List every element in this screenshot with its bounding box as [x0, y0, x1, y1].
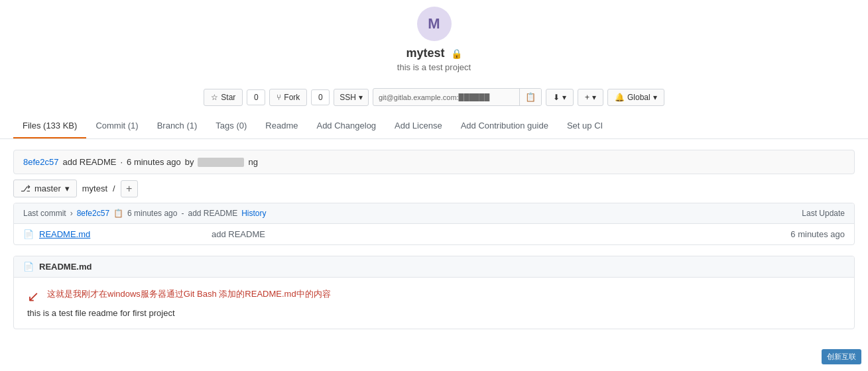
header-commit-link[interactable]: 8efe2c57: [77, 209, 109, 218]
avatar: M: [417, 7, 452, 41]
branch-dropdown[interactable]: ⎇ master ▾: [13, 180, 77, 197]
download-icon: ⬇: [553, 93, 560, 102]
notification-button[interactable]: 🔔 Global ▾: [607, 89, 664, 106]
ssh-dropdown[interactable]: SSH ▾: [334, 89, 369, 106]
star-icon: ☆: [211, 93, 218, 102]
chevron-down-icon: ▾: [562, 93, 566, 102]
repo-description: this is a test project: [0, 62, 868, 72]
commit-author-end: ng: [248, 157, 257, 167]
branch-selector-row: ⎇ master ▾ mytest / +: [13, 180, 855, 197]
action-bar: ☆ Star 0 ⑂ Fork 0 SSH ▾ 📋 ⬇ ▾ + ▾ 🔔: [0, 83, 868, 114]
fork-icon: ⑂: [277, 93, 281, 102]
tab-tags[interactable]: Tags (0): [206, 114, 256, 138]
plus-icon: +: [585, 93, 589, 102]
file-name-link[interactable]: README.md: [39, 229, 158, 239]
copy-icon: 📋: [525, 92, 536, 102]
readme-content: this is a test file readme for first pro…: [27, 308, 841, 318]
tab-add-contribution[interactable]: Add Contribution guide: [452, 114, 558, 138]
fork-count: 0: [311, 89, 330, 105]
path-separator: /: [113, 184, 115, 193]
file-table: Last commit › 8efe2c57 📋 6 minutes ago -…: [13, 203, 855, 245]
commit-message: add README: [63, 157, 117, 167]
star-count: 0: [247, 89, 265, 105]
repo-path-name: mytest: [82, 184, 107, 193]
last-commit-label: Last commit: [23, 209, 66, 218]
add-file-button[interactable]: +: [121, 180, 138, 197]
tab-add-changelog[interactable]: Add Changelog: [307, 114, 385, 138]
chevron-down-icon: ▾: [359, 93, 363, 102]
table-row: 📄 README.md add README 6 minutes ago: [14, 224, 854, 244]
last-update-label: Last Update: [802, 209, 845, 218]
commit-time: 6 minutes ago: [127, 157, 181, 167]
tab-readme[interactable]: Readme: [256, 114, 307, 138]
tab-branch[interactable]: Branch (1): [148, 114, 207, 138]
chevron-down-icon: ▾: [65, 184, 70, 193]
copy-url-button[interactable]: 📋: [519, 89, 541, 105]
tab-files[interactable]: Files (133 KB): [13, 114, 86, 138]
repo-nav: Files (133 KB) Commit (1) Branch (1) Tag…: [0, 114, 868, 139]
commit-info-bar: 8efe2c57 add README · 6 minutes ago by n…: [13, 150, 855, 174]
repo-header: M mytest 🔒 this is a test project: [0, 0, 868, 83]
commit-author-blurred: [198, 158, 244, 167]
commit-dot: ·: [120, 157, 123, 167]
file-table-header: Last commit › 8efe2c57 📋 6 minutes ago -…: [14, 203, 854, 224]
download-button[interactable]: ⬇ ▾: [546, 89, 574, 106]
commit-hash-link[interactable]: 8efe2c57: [23, 157, 59, 167]
tab-setup-ci[interactable]: Set up CI: [558, 114, 612, 138]
repo-name: mytest 🔒: [406, 46, 462, 60]
branch-icon: ⎇: [21, 184, 31, 193]
chevron-right-icon: ›: [70, 209, 73, 218]
bell-icon: 🔔: [615, 93, 625, 102]
header-commit-msg: add README: [188, 209, 237, 218]
history-link[interactable]: History: [241, 209, 266, 218]
tab-commit[interactable]: Commit (1): [86, 114, 147, 138]
readme-header: 📄 README.md: [14, 256, 854, 278]
arrow-icon: ↙: [27, 288, 39, 305]
tab-add-license[interactable]: Add License: [385, 114, 452, 138]
readme-body: ↙ 这就是我刚才在windows服务器通过Git Bash 添加的README.…: [14, 278, 854, 329]
clone-url-input[interactable]: [373, 90, 519, 105]
chevron-down-icon: ▾: [653, 93, 657, 102]
file-icon: 📄: [23, 229, 34, 239]
add-button[interactable]: + ▾: [578, 89, 603, 106]
clone-url-container: 📋: [373, 88, 542, 106]
header-time: 6 minutes ago: [127, 209, 177, 218]
plus-icon: +: [126, 183, 132, 195]
readme-file-icon: 📄: [23, 262, 34, 272]
file-commit-message: add README: [212, 229, 790, 239]
copy-icon: 📋: [113, 209, 123, 218]
lock-icon: 🔒: [451, 48, 462, 59]
commit-by: by: [185, 157, 194, 167]
star-button[interactable]: ☆ Star: [204, 89, 243, 106]
header-dash: -: [181, 209, 184, 218]
readme-annotation: 这就是我刚才在windows服务器通过Git Bash 添加的README.md…: [47, 288, 331, 300]
file-last-update: 6 minutes ago: [790, 229, 845, 239]
fork-button[interactable]: ⑂ Fork: [269, 89, 307, 106]
chevron-down-icon: ▾: [592, 93, 596, 102]
readme-title: README.md: [39, 262, 92, 272]
readme-section: 📄 README.md ↙ 这就是我刚才在windows服务器通过Git Bas…: [13, 256, 855, 329]
